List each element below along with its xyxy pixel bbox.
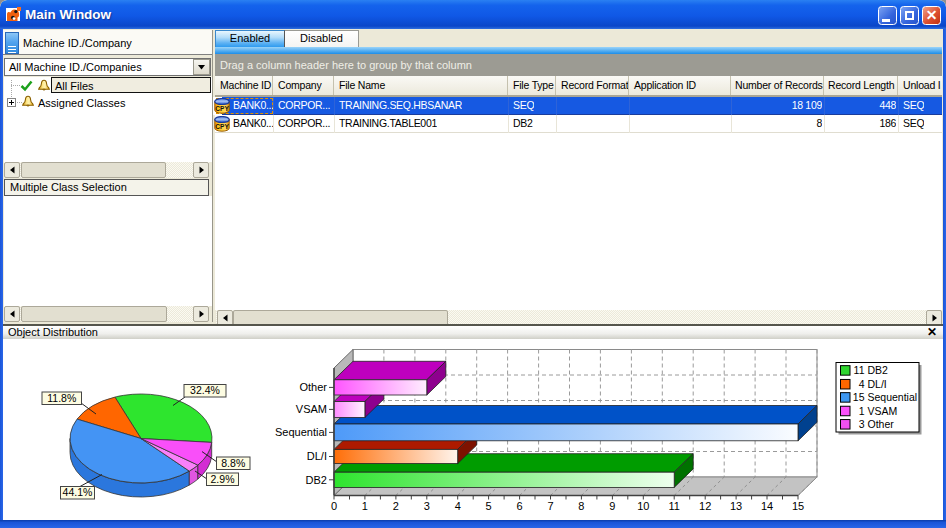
svg-text:Sequential: Sequential xyxy=(275,426,327,438)
svg-text:10: 10 xyxy=(637,500,649,512)
svg-text:11.8%: 11.8% xyxy=(47,392,76,404)
svg-text:CPY: CPY xyxy=(215,105,229,112)
svg-text:12: 12 xyxy=(699,500,711,512)
svg-text:DB2: DB2 xyxy=(868,364,889,376)
svg-text:15: 15 xyxy=(792,500,804,512)
svg-text:DL/I: DL/I xyxy=(868,378,887,390)
svg-text:32.4%: 32.4% xyxy=(190,384,220,396)
svg-text:2: 2 xyxy=(393,500,399,512)
svg-text:4: 4 xyxy=(859,378,865,390)
svg-text:1: 1 xyxy=(859,405,865,417)
svg-text:11: 11 xyxy=(668,500,679,512)
svg-text:3: 3 xyxy=(859,418,865,430)
svg-text:13: 13 xyxy=(730,500,742,512)
svg-text:44.1%: 44.1% xyxy=(63,486,93,498)
svg-text:7: 7 xyxy=(547,500,553,512)
svg-text:1: 1 xyxy=(362,500,368,512)
svg-text:9: 9 xyxy=(609,500,615,512)
svg-text:15: 15 xyxy=(853,391,865,403)
svg-text:14: 14 xyxy=(761,500,773,512)
svg-text:5: 5 xyxy=(486,500,492,512)
svg-text:3: 3 xyxy=(424,500,430,512)
svg-text:CPY: CPY xyxy=(215,123,229,130)
svg-text:8: 8 xyxy=(578,500,584,512)
svg-text:6: 6 xyxy=(517,500,523,512)
svg-text:2.9%: 2.9% xyxy=(211,473,235,485)
svg-text:8.8%: 8.8% xyxy=(221,457,245,469)
svg-text:Other: Other xyxy=(868,418,895,430)
svg-text:VSAM: VSAM xyxy=(868,405,898,417)
svg-text:11: 11 xyxy=(854,364,865,376)
svg-text:Sequential: Sequential xyxy=(868,391,918,403)
svg-text:4: 4 xyxy=(455,500,461,512)
svg-text:Other: Other xyxy=(299,381,327,393)
svg-text:0: 0 xyxy=(331,500,337,512)
svg-text:DB2: DB2 xyxy=(306,474,327,486)
svg-text:DL/I: DL/I xyxy=(307,450,327,462)
svg-text:VSAM: VSAM xyxy=(296,403,327,415)
